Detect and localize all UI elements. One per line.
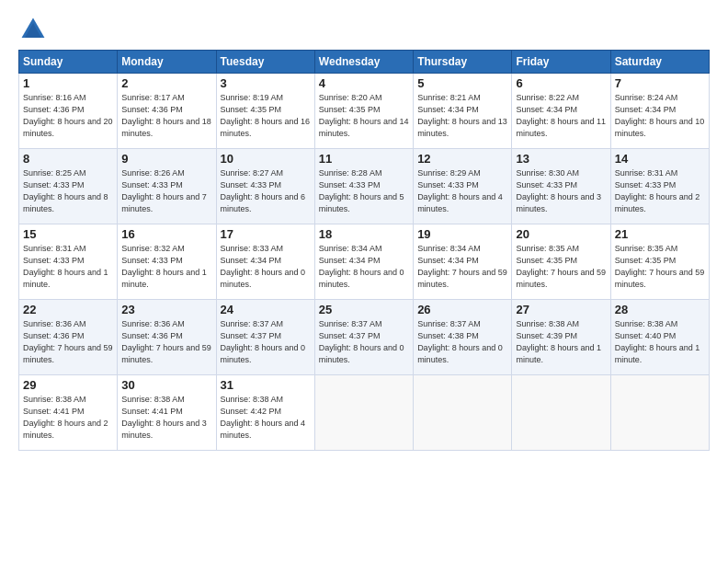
day-number: 16 bbox=[121, 227, 211, 241]
day-number: 12 bbox=[417, 152, 507, 166]
day-number: 30 bbox=[121, 378, 211, 392]
day-info: Sunrise: 8:38 AMSunset: 4:42 PMDaylight:… bbox=[221, 395, 306, 440]
calendar-cell: 19 Sunrise: 8:34 AMSunset: 4:34 PMDaylig… bbox=[414, 224, 512, 300]
day-number: 11 bbox=[319, 152, 409, 166]
day-info: Sunrise: 8:37 AMSunset: 4:37 PMDaylight:… bbox=[319, 319, 404, 364]
calendar-cell: 14 Sunrise: 8:31 AMSunset: 4:33 PMDaylig… bbox=[610, 149, 709, 224]
calendar-cell: 4 Sunrise: 8:20 AMSunset: 4:35 PMDayligh… bbox=[314, 74, 413, 149]
day-number: 5 bbox=[417, 76, 507, 90]
calendar-cell: 10 Sunrise: 8:27 AMSunset: 4:33 PMDaylig… bbox=[216, 149, 314, 224]
calendar-cell bbox=[610, 375, 709, 451]
day-number: 25 bbox=[319, 303, 409, 316]
calendar-cell: 1 Sunrise: 8:16 AMSunset: 4:36 PMDayligh… bbox=[19, 74, 118, 149]
calendar-cell: 13 Sunrise: 8:30 AMSunset: 4:33 PMDaylig… bbox=[512, 149, 610, 224]
day-number: 24 bbox=[221, 303, 311, 316]
calendar-header-sunday: Sunday bbox=[19, 51, 118, 74]
calendar-week-2: 8 Sunrise: 8:25 AMSunset: 4:33 PMDayligh… bbox=[19, 149, 710, 224]
day-number: 20 bbox=[516, 227, 606, 241]
calendar-week-1: 1 Sunrise: 8:16 AMSunset: 4:36 PMDayligh… bbox=[19, 74, 710, 149]
day-info: Sunrise: 8:36 AMSunset: 4:36 PMDaylight:… bbox=[23, 319, 113, 364]
calendar-cell: 29 Sunrise: 8:38 AMSunset: 4:41 PMDaylig… bbox=[19, 375, 118, 451]
calendar-cell bbox=[314, 375, 413, 451]
logo-icon bbox=[18, 15, 48, 44]
day-info: Sunrise: 8:24 AMSunset: 4:34 PMDaylight:… bbox=[615, 93, 705, 138]
day-info: Sunrise: 8:25 AMSunset: 4:33 PMDaylight:… bbox=[23, 168, 108, 213]
day-info: Sunrise: 8:38 AMSunset: 4:40 PMDaylight:… bbox=[615, 319, 700, 364]
day-info: Sunrise: 8:34 AMSunset: 4:34 PMDaylight:… bbox=[417, 244, 507, 289]
day-info: Sunrise: 8:35 AMSunset: 4:35 PMDaylight:… bbox=[516, 244, 606, 289]
day-number: 2 bbox=[121, 76, 211, 90]
calendar-header-thursday: Thursday bbox=[414, 51, 512, 74]
day-info: Sunrise: 8:33 AMSunset: 4:34 PMDaylight:… bbox=[221, 244, 306, 289]
day-number: 31 bbox=[221, 378, 311, 392]
day-number: 26 bbox=[417, 303, 507, 316]
day-number: 8 bbox=[23, 152, 113, 166]
day-number: 29 bbox=[23, 378, 113, 392]
day-info: Sunrise: 8:38 AMSunset: 4:41 PMDaylight:… bbox=[121, 395, 207, 440]
calendar-cell: 6 Sunrise: 8:22 AMSunset: 4:34 PMDayligh… bbox=[512, 74, 610, 149]
day-info: Sunrise: 8:26 AMSunset: 4:33 PMDaylight:… bbox=[121, 168, 207, 213]
day-number: 1 bbox=[23, 76, 113, 90]
calendar-cell: 25 Sunrise: 8:37 AMSunset: 4:37 PMDaylig… bbox=[314, 300, 413, 375]
day-info: Sunrise: 8:38 AMSunset: 4:39 PMDaylight:… bbox=[516, 319, 601, 364]
day-number: 7 bbox=[615, 76, 705, 90]
day-info: Sunrise: 8:32 AMSunset: 4:33 PMDaylight:… bbox=[121, 244, 207, 289]
day-info: Sunrise: 8:31 AMSunset: 4:33 PMDaylight:… bbox=[615, 168, 700, 213]
calendar-cell: 31 Sunrise: 8:38 AMSunset: 4:42 PMDaylig… bbox=[216, 375, 314, 451]
calendar-header-wednesday: Wednesday bbox=[314, 51, 413, 74]
day-number: 6 bbox=[516, 76, 606, 90]
day-number: 19 bbox=[417, 227, 507, 241]
day-info: Sunrise: 8:37 AMSunset: 4:37 PMDaylight:… bbox=[221, 319, 306, 364]
day-info: Sunrise: 8:22 AMSunset: 4:34 PMDaylight:… bbox=[516, 93, 606, 138]
day-number: 22 bbox=[23, 303, 113, 316]
page: SundayMondayTuesdayWednesdayThursdayFrid… bbox=[0, 0, 728, 563]
day-number: 15 bbox=[23, 227, 113, 241]
day-info: Sunrise: 8:31 AMSunset: 4:33 PMDaylight:… bbox=[23, 244, 108, 289]
calendar-cell: 22 Sunrise: 8:36 AMSunset: 4:36 PMDaylig… bbox=[19, 300, 118, 375]
day-info: Sunrise: 8:29 AMSunset: 4:33 PMDaylight:… bbox=[417, 168, 503, 213]
day-number: 9 bbox=[121, 152, 211, 166]
day-info: Sunrise: 8:36 AMSunset: 4:36 PMDaylight:… bbox=[121, 319, 211, 364]
calendar-cell: 28 Sunrise: 8:38 AMSunset: 4:40 PMDaylig… bbox=[610, 300, 709, 375]
calendar-cell: 7 Sunrise: 8:24 AMSunset: 4:34 PMDayligh… bbox=[610, 74, 709, 149]
day-number: 23 bbox=[121, 303, 211, 316]
day-number: 14 bbox=[615, 152, 705, 166]
calendar-header-friday: Friday bbox=[512, 51, 610, 74]
calendar-header-tuesday: Tuesday bbox=[216, 51, 314, 74]
calendar-cell: 16 Sunrise: 8:32 AMSunset: 4:33 PMDaylig… bbox=[118, 224, 216, 300]
day-info: Sunrise: 8:20 AMSunset: 4:35 PMDaylight:… bbox=[319, 93, 409, 138]
calendar-cell: 2 Sunrise: 8:17 AMSunset: 4:36 PMDayligh… bbox=[118, 74, 216, 149]
calendar-cell: 11 Sunrise: 8:28 AMSunset: 4:33 PMDaylig… bbox=[314, 149, 413, 224]
calendar-cell: 27 Sunrise: 8:38 AMSunset: 4:39 PMDaylig… bbox=[512, 300, 610, 375]
day-info: Sunrise: 8:37 AMSunset: 4:38 PMDaylight:… bbox=[417, 319, 503, 364]
calendar-table: SundayMondayTuesdayWednesdayThursdayFrid… bbox=[18, 50, 710, 451]
day-info: Sunrise: 8:16 AMSunset: 4:36 PMDaylight:… bbox=[23, 93, 113, 138]
calendar-week-5: 29 Sunrise: 8:38 AMSunset: 4:41 PMDaylig… bbox=[19, 375, 710, 451]
day-number: 28 bbox=[615, 303, 705, 316]
day-number: 18 bbox=[319, 227, 409, 241]
calendar-cell: 23 Sunrise: 8:36 AMSunset: 4:36 PMDaylig… bbox=[118, 300, 216, 375]
header bbox=[18, 15, 710, 44]
day-info: Sunrise: 8:38 AMSunset: 4:41 PMDaylight:… bbox=[23, 395, 108, 440]
day-info: Sunrise: 8:30 AMSunset: 4:33 PMDaylight:… bbox=[516, 168, 601, 213]
calendar-cell: 26 Sunrise: 8:37 AMSunset: 4:38 PMDaylig… bbox=[414, 300, 512, 375]
day-info: Sunrise: 8:35 AMSunset: 4:35 PMDaylight:… bbox=[615, 244, 705, 289]
calendar-week-3: 15 Sunrise: 8:31 AMSunset: 4:33 PMDaylig… bbox=[19, 224, 710, 300]
calendar-cell: 18 Sunrise: 8:34 AMSunset: 4:34 PMDaylig… bbox=[314, 224, 413, 300]
calendar-cell bbox=[414, 375, 512, 451]
day-info: Sunrise: 8:21 AMSunset: 4:34 PMDaylight:… bbox=[417, 93, 507, 138]
calendar-header-row: SundayMondayTuesdayWednesdayThursdayFrid… bbox=[19, 51, 710, 74]
calendar-cell: 5 Sunrise: 8:21 AMSunset: 4:34 PMDayligh… bbox=[414, 74, 512, 149]
calendar-header-saturday: Saturday bbox=[610, 51, 709, 74]
day-number: 21 bbox=[615, 227, 705, 241]
calendar-cell: 12 Sunrise: 8:29 AMSunset: 4:33 PMDaylig… bbox=[414, 149, 512, 224]
day-number: 17 bbox=[221, 227, 311, 241]
calendar-week-4: 22 Sunrise: 8:36 AMSunset: 4:36 PMDaylig… bbox=[19, 300, 710, 375]
calendar-cell: 24 Sunrise: 8:37 AMSunset: 4:37 PMDaylig… bbox=[216, 300, 314, 375]
day-info: Sunrise: 8:34 AMSunset: 4:34 PMDaylight:… bbox=[319, 244, 404, 289]
calendar-cell: 30 Sunrise: 8:38 AMSunset: 4:41 PMDaylig… bbox=[118, 375, 216, 451]
calendar-cell: 21 Sunrise: 8:35 AMSunset: 4:35 PMDaylig… bbox=[610, 224, 709, 300]
day-info: Sunrise: 8:27 AMSunset: 4:33 PMDaylight:… bbox=[221, 168, 306, 213]
calendar-cell bbox=[512, 375, 610, 451]
calendar-cell: 8 Sunrise: 8:25 AMSunset: 4:33 PMDayligh… bbox=[19, 149, 118, 224]
